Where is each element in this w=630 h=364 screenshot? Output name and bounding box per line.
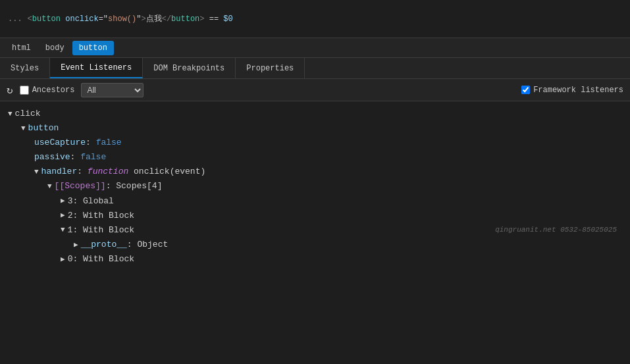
breadcrumb-html[interactable]: html bbox=[5, 41, 38, 55]
button-node-label: button bbox=[28, 121, 59, 136]
breadcrumb-button[interactable]: button bbox=[72, 41, 114, 55]
tab-event-listeners[interactable]: Event Listeners bbox=[50, 58, 143, 78]
tab-bar: Styles Event Listeners DOM Breakpoints P… bbox=[0, 58, 630, 79]
handler-row[interactable]: ▼ handler : function onclick(event) bbox=[8, 165, 622, 179]
scope-1-block: Block bbox=[109, 223, 134, 238]
ellipsis: ... bbox=[8, 14, 22, 24]
scope-0-row[interactable]: ▶ 0: With Block bbox=[8, 252, 622, 267]
handler-func-keyword: function bbox=[88, 165, 128, 179]
scope-2-with: With bbox=[83, 209, 109, 223]
breadcrumb-body[interactable]: body bbox=[39, 41, 71, 55]
toolbar: ↻ Ancestors All click focus mousedown mo… bbox=[0, 79, 630, 101]
click-toggle-icon: ▼ bbox=[8, 108, 13, 120]
scope-2-toggle: ▶ bbox=[61, 209, 65, 222]
breadcrumb-bar: html body button bbox=[0, 38, 630, 58]
click-event-label: click bbox=[15, 107, 41, 121]
scope-2-block: Block bbox=[109, 209, 134, 223]
scope-1-index: 1: bbox=[68, 223, 83, 238]
click-event-row[interactable]: ▼ click bbox=[8, 107, 622, 121]
tab-dom-breakpoints[interactable]: DOM Breakpoints bbox=[143, 58, 236, 78]
scope-0-with: With bbox=[83, 252, 109, 267]
scope-0-toggle: ▶ bbox=[61, 253, 65, 266]
ancestors-checkbox-wrap[interactable]: Ancestors bbox=[20, 86, 75, 95]
scope-2-row[interactable]: ▶ 2: With Block bbox=[8, 209, 622, 223]
proto-row[interactable]: ▶ __proto__ : Object bbox=[8, 238, 622, 252]
proto-key: __proto__ bbox=[81, 238, 127, 252]
content-panel: ▼ click ▼ button useCapture : false pass… bbox=[0, 101, 630, 364]
button-node-row[interactable]: ▼ button bbox=[8, 121, 622, 136]
handler-toggle: ▼ bbox=[34, 166, 39, 178]
proto-toggle: ▶ bbox=[74, 239, 78, 251]
use-capture-key: useCapture bbox=[34, 136, 86, 150]
filter-select-wrap: All click focus mousedown mouseup bbox=[81, 83, 144, 97]
scope-2-index: 2: bbox=[68, 209, 83, 223]
handler-func-name: onclick(event) bbox=[128, 165, 205, 179]
scope-1-with: With bbox=[83, 223, 109, 238]
scope-0-block: Block bbox=[109, 252, 134, 267]
proto-value: Object bbox=[137, 238, 168, 252]
tab-styles[interactable]: Styles bbox=[0, 58, 50, 78]
scope-0-index: 0: bbox=[68, 252, 83, 267]
scopes-toggle: ▼ bbox=[47, 180, 52, 193]
ancestors-checkbox[interactable] bbox=[20, 86, 29, 95]
scope-3-row[interactable]: ▶ 3: Global bbox=[8, 194, 622, 209]
refresh-button[interactable]: ↻ bbox=[7, 84, 13, 97]
scopes-value: Scopes[4] bbox=[116, 179, 162, 194]
passive-row: passive : false bbox=[8, 150, 622, 165]
fw-listeners-checkbox[interactable] bbox=[521, 86, 530, 94]
code-snippet: <button onclick="show()">点我</button> == … bbox=[28, 13, 233, 24]
handler-key: handler bbox=[41, 165, 78, 179]
ancestors-label: Ancestors bbox=[32, 86, 75, 95]
tab-properties[interactable]: Properties bbox=[236, 58, 305, 78]
use-capture-row: useCapture : false bbox=[8, 136, 622, 150]
filter-select[interactable]: All click focus mousedown mouseup bbox=[81, 83, 144, 97]
watermark: qingruanit.net 0532-85025025 bbox=[495, 224, 622, 236]
scope-1-toggle: ▼ bbox=[61, 224, 65, 236]
fw-listeners-wrap[interactable]: Framework listeners bbox=[521, 86, 623, 95]
scope-1-row[interactable]: ▼ 1: With Block qingruanit.net 0532-8502… bbox=[8, 223, 622, 238]
scope-3-toggle: ▶ bbox=[61, 195, 65, 207]
scopes-row[interactable]: ▼ [[Scopes]] : Scopes[4] bbox=[8, 179, 622, 194]
passive-value: false bbox=[80, 150, 106, 165]
code-area: ... <button onclick="show()">点我</button>… bbox=[0, 0, 630, 38]
passive-key: passive bbox=[34, 150, 70, 165]
scopes-key: [[Scopes]] bbox=[55, 179, 106, 194]
button-node-toggle: ▼ bbox=[21, 122, 26, 135]
scope-3-label: Global bbox=[83, 194, 114, 209]
scope-3-index: 3: bbox=[68, 194, 83, 209]
use-capture-value: false bbox=[96, 136, 122, 150]
fw-listeners-label: Framework listeners bbox=[533, 86, 623, 95]
